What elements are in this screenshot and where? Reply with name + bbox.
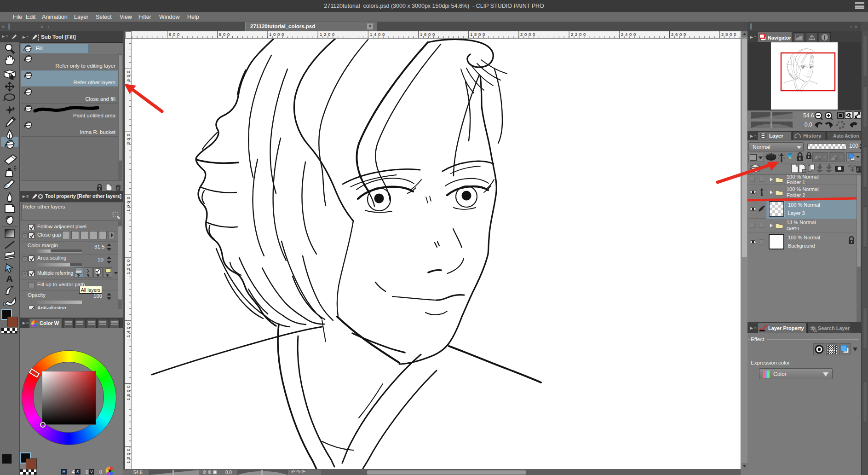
- svg-text:0: 0: [629, 32, 632, 37]
- svg-text:8: 8: [126, 457, 131, 459]
- svg-text:0: 0: [227, 32, 230, 37]
- svg-text:0: 0: [273, 32, 276, 37]
- svg-text:6: 6: [169, 32, 171, 37]
- svg-text:1: 1: [126, 209, 131, 212]
- svg-text:0: 0: [223, 32, 225, 37]
- svg-text:0: 0: [730, 32, 732, 37]
- svg-text:0: 0: [177, 32, 179, 37]
- svg-text:4: 4: [126, 331, 131, 333]
- svg-text:0: 0: [126, 453, 131, 455]
- svg-text:6: 6: [675, 32, 678, 37]
- svg-text:2: 2: [721, 32, 724, 37]
- svg-text:0: 0: [734, 32, 736, 37]
- svg-text:0: 0: [583, 32, 586, 37]
- svg-text:2: 2: [324, 32, 326, 37]
- svg-text:1: 1: [420, 32, 422, 37]
- svg-text:0: 0: [332, 32, 334, 37]
- svg-text:0: 0: [382, 32, 385, 37]
- svg-text:0: 0: [126, 260, 131, 262]
- svg-text:0: 0: [126, 390, 131, 392]
- svg-text:0: 0: [126, 386, 131, 388]
- svg-text:0: 0: [483, 32, 485, 37]
- svg-text:8: 8: [126, 142, 131, 145]
- svg-text:8: 8: [474, 32, 477, 37]
- svg-text:0: 0: [126, 449, 131, 451]
- svg-text:2: 2: [571, 32, 573, 37]
- svg-text:0: 0: [633, 32, 636, 37]
- svg-text:0: 0: [126, 75, 131, 77]
- svg-text:1: 1: [126, 335, 131, 337]
- svg-text:1: 1: [370, 32, 372, 37]
- svg-text:0: 0: [432, 32, 435, 37]
- svg-text:0: 0: [684, 32, 686, 37]
- svg-text:0: 0: [126, 71, 131, 73]
- svg-text:1: 1: [269, 32, 271, 37]
- svg-text:1: 1: [470, 32, 472, 37]
- svg-text:0: 0: [126, 264, 131, 266]
- svg-text:2: 2: [621, 32, 623, 37]
- svg-text:8: 8: [725, 32, 728, 37]
- svg-text:2: 2: [575, 32, 577, 37]
- svg-text:6: 6: [126, 394, 131, 396]
- svg-text:2: 2: [520, 32, 523, 37]
- svg-text:0: 0: [478, 32, 481, 37]
- svg-text:6: 6: [424, 32, 426, 37]
- svg-text:1: 1: [126, 461, 131, 463]
- svg-text:0: 0: [679, 32, 682, 37]
- svg-text:6: 6: [126, 79, 131, 81]
- svg-text:0: 0: [529, 32, 531, 37]
- svg-text:0: 0: [126, 134, 131, 136]
- svg-text:0: 0: [126, 138, 131, 140]
- svg-text:2: 2: [126, 268, 131, 270]
- svg-text:8: 8: [219, 32, 221, 37]
- svg-text:1: 1: [320, 32, 322, 37]
- svg-text:0: 0: [328, 32, 330, 37]
- svg-text:0: 0: [378, 32, 380, 37]
- svg-text:0: 0: [282, 32, 284, 37]
- svg-text:0: 0: [126, 205, 131, 208]
- svg-text:0: 0: [126, 201, 131, 203]
- svg-text:A: A: [6, 273, 13, 284]
- svg-text:0: 0: [126, 323, 131, 325]
- svg-text:0: 0: [428, 32, 431, 37]
- svg-text:0: 0: [277, 32, 280, 37]
- svg-text:1: 1: [126, 398, 131, 400]
- svg-text:0: 0: [533, 32, 535, 37]
- svg-text:0: 0: [126, 197, 131, 199]
- svg-text:0: 0: [579, 32, 581, 37]
- svg-text:1: 1: [126, 272, 131, 274]
- svg-text:2: 2: [671, 32, 673, 37]
- svg-text:0: 0: [173, 32, 175, 37]
- svg-text:0: 0: [126, 327, 131, 329]
- svg-text:0: 0: [524, 32, 527, 37]
- svg-text:4: 4: [374, 32, 376, 37]
- svg-text:4: 4: [625, 32, 627, 37]
